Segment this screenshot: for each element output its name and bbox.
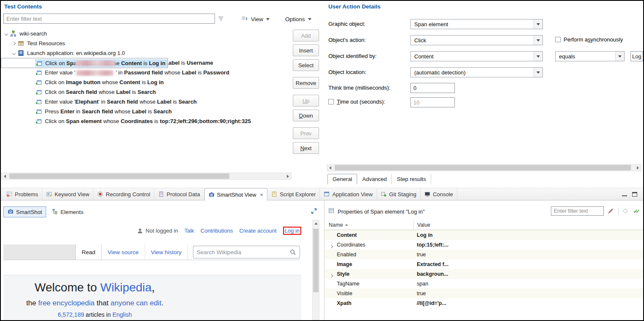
property-row[interactable]: Stylebackgroun...	[325, 269, 643, 279]
up-button[interactable]: Up	[293, 95, 319, 107]
tab-step-results[interactable]: Step results	[392, 174, 431, 184]
property-value: true	[417, 291, 426, 296]
tree-row[interactable]: wiki-search	[1, 29, 292, 38]
property-row[interactable]: ImageExtracted f...	[325, 259, 643, 269]
object-location-select[interactable]: (automatic detection)	[410, 67, 543, 77]
identified-by-select[interactable]: Content	[410, 51, 543, 61]
tab-application-view[interactable]: Application View	[320, 188, 377, 200]
wiki-link[interactable]: Wikipedia	[100, 281, 151, 294]
tree-row[interactable]: Enter value ' ' in Password field whose …	[1, 68, 292, 77]
tree-row[interactable]: Click on Search field whose Label is Sea…	[1, 87, 292, 97]
link-contributions[interactable]: Contributions	[201, 228, 233, 234]
user-action-details-title: User Action Details	[328, 3, 380, 10]
wikipedia-search-box[interactable]: Search Wikipedia	[193, 246, 300, 258]
clear-filter-icon[interactable]	[608, 208, 614, 214]
next-button[interactable]: Next	[293, 142, 319, 154]
add-button[interactable]: Add	[293, 30, 319, 41]
content-value-input[interactable]	[630, 51, 643, 61]
options-menu-button[interactable]: Options	[283, 14, 314, 25]
text: ,	[151, 281, 155, 294]
wiki-link[interactable]: 6,572,189	[58, 311, 84, 318]
maximize-icon[interactable]	[632, 192, 637, 197]
timeout-checkbox[interactable]: Time out (seconds):	[328, 99, 385, 105]
operator-select[interactable]: equals	[555, 51, 625, 61]
properties-panel: Properties of Span element "Log in" Name…	[324, 200, 643, 320]
property-row[interactable]: Enabledtrue	[325, 250, 643, 259]
scrollbar-thumb[interactable]	[335, 165, 631, 170]
tab-git-staging[interactable]: Git Staging	[377, 188, 421, 200]
tree-row[interactable]: Click on Span element whose Coordinates …	[1, 116, 292, 126]
scrollbar-thumb[interactable]	[9, 173, 229, 179]
tab-recording-control[interactable]: Recording Control	[94, 188, 154, 200]
link-log-in[interactable]: Log in	[283, 227, 301, 235]
remove-button[interactable]: Remove	[293, 77, 319, 89]
scroll-right-button[interactable]	[635, 165, 641, 171]
scroll-up-button[interactable]	[313, 220, 319, 227]
checkbox[interactable]	[328, 99, 334, 104]
expand-icon[interactable]	[330, 244, 333, 248]
properties-rows: ContentLog inCoordinatestop:15;left:...E…	[325, 230, 643, 308]
expand-icon[interactable]	[330, 274, 333, 277]
tree-row[interactable]: Launch application: en.wikipedia.org 1.0	[1, 48, 292, 58]
property-row[interactable]: TagNamespan	[325, 279, 643, 288]
link-talk[interactable]: Talk	[184, 228, 194, 234]
scroll-left-button[interactable]	[2, 173, 8, 179]
down-button[interactable]: Down	[293, 110, 319, 121]
tree-row-label: Enter value ' ' in Password field whose …	[45, 69, 229, 76]
tab-console[interactable]: Console	[421, 188, 457, 200]
perform-async-checkbox[interactable]: Perform asynchronously	[555, 36, 623, 43]
scroll-left-button[interactable]	[327, 165, 333, 171]
property-row[interactable]: ContentLog in	[325, 230, 643, 240]
show-all-properties-icon[interactable]	[633, 208, 640, 214]
show-advanced-properties-icon[interactable]	[622, 208, 629, 214]
horizontal-scrollbar[interactable]	[327, 164, 641, 171]
wiki-link[interactable]: free encyclopedia	[38, 299, 94, 307]
tab-advanced[interactable]: Advanced	[357, 174, 392, 184]
column-header-name[interactable]: Name	[325, 222, 413, 228]
think-time-input[interactable]	[410, 83, 455, 93]
collapse-icon[interactable]	[3, 33, 9, 35]
tab-problems[interactable]: Problems	[3, 188, 42, 200]
tab-protocol-data[interactable]: Protocol Data	[154, 188, 204, 200]
wiki-tab-view-history[interactable]: View history	[145, 244, 188, 260]
wiki-tab-read[interactable]: Read	[75, 244, 102, 260]
object-action-select[interactable]: Click	[410, 35, 543, 45]
maximize-view-icon[interactable]	[311, 208, 317, 214]
close-icon[interactable]: ×	[260, 192, 264, 198]
tab-general[interactable]: General	[328, 174, 357, 184]
search-icon	[290, 249, 296, 255]
tab-elements[interactable]: Elements	[48, 206, 87, 217]
property-row[interactable]: Xpath//li[@id='p...	[325, 298, 643, 308]
checkbox[interactable]	[555, 37, 561, 42]
prev-button[interactable]: Prev	[293, 127, 319, 139]
wiki-tab-view-source[interactable]: View source	[102, 244, 145, 260]
tab-label: SmartShot View	[217, 192, 256, 198]
horizontal-scrollbar[interactable]	[1, 173, 292, 180]
tree-row[interactable]: Click on Image button whose Content is L…	[1, 77, 292, 87]
view-menu-button[interactable]: View	[239, 14, 272, 25]
property-row[interactable]: Visibletrue	[325, 288, 643, 298]
wiki-link[interactable]: anyone can edit	[110, 299, 161, 307]
column-header-value[interactable]: Value	[413, 220, 643, 230]
graphic-object-select[interactable]: Span element	[410, 19, 543, 29]
tab-keyword-view[interactable]: Keyword View	[42, 188, 94, 200]
expand-icon[interactable]	[11, 42, 17, 45]
properties-filter-input[interactable]	[551, 206, 604, 216]
scroll-right-button[interactable]	[285, 173, 291, 179]
select-button[interactable]: Select	[293, 59, 319, 71]
property-row[interactable]: Coordinatestop:15;left:...	[325, 240, 643, 250]
scrollbar-thumb[interactable]	[313, 229, 319, 292]
wiki-link[interactable]: English	[113, 311, 132, 318]
collapse-icon[interactable]	[11, 52, 17, 55]
tree-row[interactable]: Enter value 'Elephant' in Search field w…	[1, 97, 292, 107]
vertical-scrollbar[interactable]	[312, 220, 319, 320]
tab-smartshot[interactable]: SmartShot	[3, 206, 46, 217]
minimize-icon[interactable]	[622, 192, 627, 196]
tab-script-explorer[interactable]: Script Explorer	[267, 188, 320, 200]
tree-row[interactable]: Press Enter in Search field whose Label …	[1, 107, 292, 116]
insert-button[interactable]: Insert	[293, 44, 319, 56]
tree-row[interactable]: Test Resources	[1, 38, 292, 48]
filter-input[interactable]	[3, 14, 215, 24]
link-create-account[interactable]: Create account	[239, 228, 276, 234]
tab-smartshot-view[interactable]: SmartShot View×	[204, 188, 268, 200]
